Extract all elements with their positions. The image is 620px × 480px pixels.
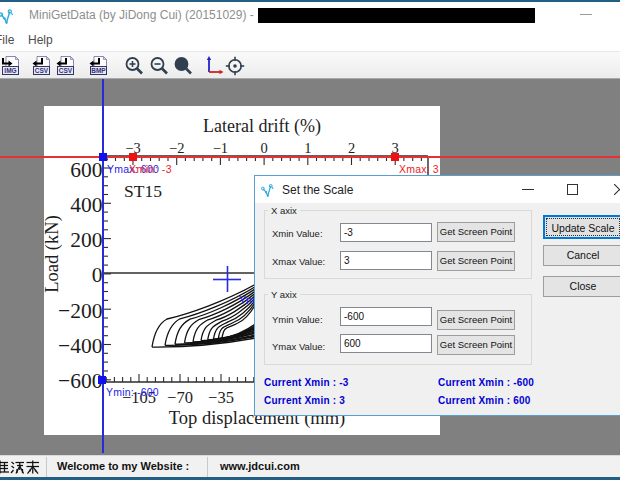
svg-text:−70: −70 bbox=[167, 388, 193, 407]
svg-text:200: 200 bbox=[70, 228, 102, 252]
svg-text:ST15: ST15 bbox=[124, 181, 162, 201]
svg-text:400: 400 bbox=[70, 193, 102, 217]
svg-text:1: 1 bbox=[304, 140, 311, 156]
svg-text:0: 0 bbox=[260, 140, 267, 156]
svg-text:−35: −35 bbox=[208, 388, 234, 407]
svg-text:BMP: BMP bbox=[91, 67, 106, 74]
svg-text:−200: −200 bbox=[58, 299, 102, 323]
svg-text:−2: −2 bbox=[169, 140, 184, 156]
svg-text:CSV: CSV bbox=[35, 67, 49, 74]
svg-text:2: 2 bbox=[348, 140, 355, 156]
svg-text:0: 0 bbox=[92, 263, 103, 287]
svg-text:−1: −1 bbox=[213, 140, 228, 156]
svg-text:−600: −600 bbox=[58, 369, 102, 393]
svg-text:Lateral drift (%): Lateral drift (%) bbox=[203, 116, 321, 137]
svg-text:600: 600 bbox=[70, 158, 102, 182]
svg-text:CSV: CSV bbox=[59, 67, 73, 74]
svg-text:IMG: IMG bbox=[4, 67, 16, 74]
svg-text:−400: −400 bbox=[58, 334, 102, 358]
svg-text:Load (kN): Load (kN) bbox=[44, 215, 63, 293]
